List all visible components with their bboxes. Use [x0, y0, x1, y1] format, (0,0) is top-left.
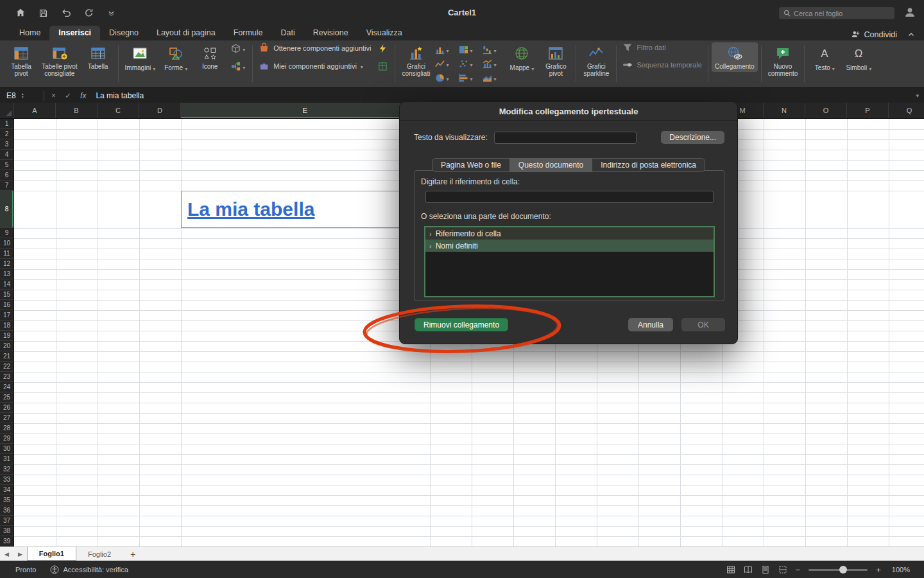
ribbon-tab-formule[interactable]: Formule [225, 26, 272, 40]
sparklines-button[interactable]: Grafici sparkline [579, 42, 613, 79]
tab-this-document[interactable]: Questo documento [509, 159, 592, 171]
column-header-O[interactable]: O [805, 103, 847, 118]
zoom-out-button[interactable]: − [796, 565, 801, 575]
row-header-11[interactable]: 11 [0, 249, 13, 259]
row-header-32[interactable]: 32 [0, 464, 13, 475]
waterfall-chart-button[interactable] [481, 43, 504, 57]
row-header-8[interactable]: 8 [0, 191, 13, 228]
page-break-view-icon[interactable] [778, 565, 787, 574]
row-header-30[interactable]: 30 [0, 444, 13, 454]
page-view-icon[interactable] [761, 565, 770, 574]
ok-button[interactable]: OK [681, 318, 725, 331]
tree-item-defined-names[interactable]: › Nomi definiti [425, 240, 714, 252]
ribbon-tab-revisione[interactable]: Revisione [304, 26, 357, 40]
row-header-2[interactable]: 2 [0, 129, 13, 139]
column-header-B[interactable]: B [56, 103, 98, 118]
select-all-corner[interactable] [0, 103, 14, 118]
pivot-chart-button[interactable]: Grafico pivot [539, 42, 572, 79]
display-text-input[interactable] [494, 132, 637, 144]
combo-chart-button[interactable] [481, 57, 504, 71]
addin-extra-button-2[interactable] [376, 60, 389, 73]
recommended-charts-button[interactable]: Grafici consigliati [398, 42, 433, 79]
share-button[interactable]: Condividi [851, 30, 897, 39]
row-header-22[interactable]: 22 [0, 362, 13, 372]
bar-chart-button[interactable] [458, 71, 481, 85]
insert-function-icon[interactable]: fx [80, 91, 86, 100]
row-header-19[interactable]: 19 [0, 331, 13, 341]
new-comment-button[interactable]: Nuovo commento [765, 42, 801, 79]
disclosure-icon[interactable]: › [429, 230, 432, 238]
row-header-6[interactable]: 6 [0, 170, 13, 180]
sheet-tab-foglio2[interactable]: Foglio2 [76, 547, 123, 561]
link-button[interactable]: Collegamento [712, 42, 758, 72]
my-add-ins-button[interactable]: Miei componenti aggiuntivi [259, 60, 371, 71]
column-header-Q[interactable]: Q [889, 103, 924, 118]
row-header-23[interactable]: 23 [0, 372, 13, 382]
cell-reference-input[interactable] [425, 191, 714, 203]
hyperlink-text[interactable]: La mia tabella [187, 198, 314, 220]
area-chart-button[interactable] [481, 71, 504, 85]
shapes-button[interactable]: Forme [159, 42, 193, 74]
smartart-button[interactable] [229, 60, 247, 73]
formula-bar-expand-icon[interactable]: ▾ [916, 92, 919, 99]
ribbon-tab-visualizza[interactable]: Visualizza [357, 26, 411, 40]
zoom-slider-knob[interactable] [839, 566, 847, 574]
row-header-36[interactable]: 36 [0, 505, 13, 516]
line-chart-button[interactable] [434, 57, 457, 71]
column-header-P[interactable]: P [847, 103, 889, 118]
page-layout-view-icon[interactable] [744, 565, 753, 574]
addin-extra-button-1[interactable] [376, 42, 389, 55]
tab-email-address[interactable]: Indirizzo di posta elettronica [592, 159, 705, 171]
row-header-4[interactable]: 4 [0, 150, 13, 160]
row-header-39[interactable]: 39 [0, 536, 13, 547]
symbols-button[interactable]: Ω Simboli [842, 42, 875, 74]
row-header-34[interactable]: 34 [0, 485, 13, 495]
row-header-35[interactable]: 35 [0, 495, 13, 505]
pivot-table-button[interactable]: Tabella pivot [4, 42, 38, 79]
cancel-button[interactable]: Annulla [628, 318, 673, 331]
cancel-entry-icon[interactable]: × [51, 91, 56, 100]
icons-button[interactable]: Icone [193, 42, 227, 72]
sheet-nav-right-icon[interactable]: ▶ [13, 547, 27, 561]
pictures-button[interactable]: Immagini [122, 42, 159, 74]
row-header-9[interactable]: 9 [0, 228, 13, 238]
row-header-26[interactable]: 26 [0, 403, 13, 413]
row-header-12[interactable]: 12 [0, 259, 13, 269]
remove-link-button[interactable]: Rimuovi collegamento [415, 318, 508, 331]
row-header-15[interactable]: 15 [0, 290, 13, 300]
pie-chart-button[interactable] [434, 71, 457, 85]
row-header-16[interactable]: 16 [0, 300, 13, 310]
sheet-tab-foglio1[interactable]: Foglio1 [27, 547, 76, 561]
get-add-ins-button[interactable]: Ottenere componenti aggiuntivi [259, 42, 371, 53]
row-header-31[interactable]: 31 [0, 454, 13, 464]
row-header-18[interactable]: 18 [0, 320, 13, 331]
collapse-ribbon-icon[interactable] [907, 31, 915, 39]
tree-item-cell-reference[interactable]: › Riferimento di cella [425, 227, 714, 240]
column-chart-button[interactable] [434, 43, 457, 57]
row-header-1[interactable]: 1 [0, 119, 13, 129]
ribbon-tab-layout-di-pagina[interactable]: Layout di pagina [148, 26, 225, 40]
column-header-N[interactable]: N [764, 103, 805, 118]
zoom-in-button[interactable]: + [876, 565, 881, 575]
tab-web-page-or-file[interactable]: Pagina Web o file [432, 159, 509, 171]
timeline-button[interactable]: Sequenza temporale [622, 60, 702, 70]
ribbon-tab-home[interactable]: Home [10, 26, 49, 40]
hierarchy-chart-button[interactable] [458, 43, 481, 57]
row-header-14[interactable]: 14 [0, 279, 13, 290]
slicer-button[interactable]: Filtro dati [622, 42, 702, 53]
ribbon-tab-disegno[interactable]: Disegno [100, 26, 148, 40]
normal-view-icon[interactable] [726, 565, 735, 574]
ribbon-tab-dati[interactable]: Dati [272, 26, 304, 40]
add-sheet-button[interactable]: + [123, 547, 143, 561]
row-header-21[interactable]: 21 [0, 351, 13, 362]
row-header-27[interactable]: 27 [0, 413, 13, 423]
search-box[interactable]: Cerca nel foglio [779, 7, 894, 19]
table-button[interactable]: Tabella [81, 42, 115, 72]
text-button[interactable]: A Testo [808, 42, 841, 74]
name-box[interactable]: E8 ▲▼ [0, 91, 41, 100]
ribbon-tab-inserisci[interactable]: Inserisci [49, 26, 100, 40]
row-header-13[interactable]: 13 [0, 269, 13, 279]
cell-E8[interactable]: La mia tabella [181, 191, 430, 228]
row-header-5[interactable]: 5 [0, 160, 13, 170]
row-header-17[interactable]: 17 [0, 310, 13, 320]
